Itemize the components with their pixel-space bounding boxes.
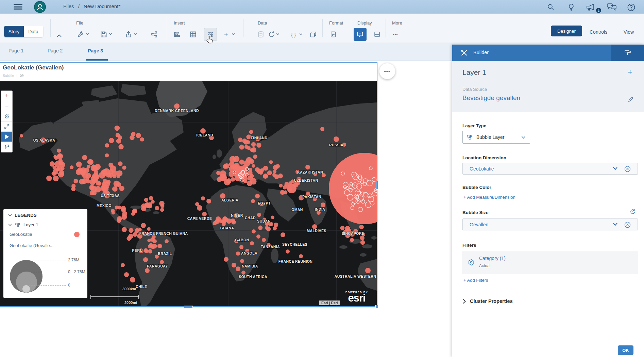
insert-add-button[interactable]: + <box>221 29 231 40</box>
add-chevron-icon[interactable] <box>232 33 235 35</box>
refresh-chevron-icon[interactable] <box>276 33 279 35</box>
collapse-toolbar-button[interactable] <box>56 33 63 38</box>
scale-km-label: 3000km <box>122 287 136 291</box>
data-source-label: Data Source <box>462 87 487 92</box>
reset-history-icon <box>630 209 636 215</box>
legend-color-item: GeoLokatie <box>10 232 32 237</box>
chevron-down-icon[interactable] <box>613 167 618 170</box>
insert-table-button[interactable] <box>188 29 198 40</box>
reset-bubble-size-button[interactable] <box>630 209 636 215</box>
add-layer-button[interactable]: + <box>626 67 634 77</box>
data-group-label: Data <box>258 20 267 26</box>
paint-roller-icon <box>624 49 631 56</box>
layer-type-label: Layer Type <box>462 123 486 128</box>
filter-value: Actual <box>479 263 490 268</box>
filter-name[interactable]: Category (1) <box>479 256 506 261</box>
megaphone-icon <box>586 3 596 12</box>
story-canvas: GeoLokatie (Gevallen) Subtitle | <box>0 61 452 357</box>
ok-button[interactable]: OK <box>618 345 633 355</box>
builder-title: Builder <box>473 50 489 55</box>
map-widget[interactable]: GeoLokatie (Gevallen) Subtitle | <box>0 62 377 307</box>
cluster-properties-label: Cluster Properties <box>470 298 513 304</box>
geo-map[interactable]: US ALASKADENMARK GREENLANDICELANDFINLAND… <box>0 81 377 306</box>
add-measure-dimension-link[interactable]: + Add Measure/Dimension <box>463 195 515 200</box>
reset-view-button[interactable] <box>1 111 12 121</box>
comment-mode-button[interactable] <box>354 28 367 41</box>
bubble-size-label: Bubble Size <box>462 210 489 215</box>
lanes-button[interactable] <box>372 29 382 40</box>
chevron-down-icon[interactable] <box>8 224 12 226</box>
widget-title: GeoLokatie (Gevallen) <box>3 64 64 71</box>
widget-subtitle: Subtitle <box>3 74 14 78</box>
legend-color-swatch <box>74 232 80 237</box>
chevron-down-icon[interactable] <box>613 223 618 226</box>
filter-card-category[interactable]: Category (1) Actual <box>462 251 638 274</box>
styling-panel-button[interactable] <box>611 45 644 61</box>
view-tab[interactable]: View <box>622 26 636 36</box>
resize-handle-bottom[interactable] <box>184 306 193 308</box>
fullscreen-button[interactable] <box>1 121 12 132</box>
controls-tab[interactable]: Controls <box>588 26 609 36</box>
formula-chevron-icon[interactable] <box>299 33 303 35</box>
discussions-button[interactable] <box>607 2 619 12</box>
save-button[interactable] <box>99 29 109 40</box>
refresh-button[interactable] <box>267 29 277 40</box>
tools-button[interactable] <box>75 29 86 40</box>
zoom-out-button[interactable]: − <box>1 101 12 111</box>
format-button[interactable] <box>328 29 338 40</box>
lasso-select-button[interactable] <box>1 142 12 152</box>
bubble-size-field[interactable]: Gevallen <box>462 218 638 230</box>
lanes-icon <box>374 31 380 38</box>
tab-page-2[interactable]: Page 2 <box>48 48 63 53</box>
chevron-right-icon <box>462 299 466 304</box>
tab-page-1[interactable]: Page 1 <box>9 48 23 53</box>
insert-input-control-button[interactable] <box>204 28 217 41</box>
more-tools-button[interactable]: ••• <box>390 29 401 40</box>
data-toggle-button[interactable]: Data <box>24 26 43 37</box>
widget-more-button[interactable]: ••• <box>379 63 395 79</box>
search-button[interactable] <box>547 2 556 12</box>
save-chevron-icon[interactable] <box>109 33 112 35</box>
cluster-properties-toggle[interactable]: Cluster Properties <box>462 298 513 304</box>
tab-page-3[interactable]: Page 3 <box>88 48 103 53</box>
pan-mode-button[interactable] <box>1 132 12 142</box>
copy-button[interactable] <box>308 29 318 40</box>
share-button[interactable] <box>149 29 159 40</box>
remove-location-button[interactable] <box>624 166 631 172</box>
layer-type-select[interactable]: Bubble Layer <box>462 131 530 144</box>
map-scalebar <box>90 295 139 299</box>
breadcrumb-separator: / <box>78 3 80 9</box>
refresh-icon <box>268 31 275 38</box>
database-icon <box>257 31 264 38</box>
breadcrumb-files[interactable]: Files <box>63 3 74 9</box>
tools-chevron-icon[interactable] <box>86 33 89 35</box>
menu-icon[interactable] <box>14 4 22 10</box>
map-legend-panel[interactable]: LEGENDS Layer 1 GeoLokatie GeoLokatie (G… <box>3 209 87 298</box>
resize-handle-right[interactable] <box>376 181 378 190</box>
data-source-value[interactable]: Bevestigde gevallen <box>462 94 520 102</box>
location-dimension-field[interactable]: GeoLokatie <box>462 163 638 175</box>
add-filters-link[interactable]: + Add Filters <box>463 278 488 283</box>
notifications-button[interactable]: 2 <box>586 2 600 12</box>
insights-button[interactable] <box>567 2 577 12</box>
formula-button[interactable]: { } <box>288 29 299 40</box>
story-data-toggle: Story Data <box>4 26 43 37</box>
pencil-icon <box>628 96 634 102</box>
avatar[interactable] <box>34 1 46 13</box>
edit-data-source-button[interactable] <box>628 96 634 102</box>
notification-badge: 2 <box>596 8 601 13</box>
data-source-button[interactable] <box>256 29 266 40</box>
insert-chart-button[interactable] <box>172 29 182 40</box>
chevron-down-icon[interactable] <box>8 214 12 216</box>
help-button[interactable] <box>627 2 637 12</box>
resize-handle-corner[interactable] <box>375 305 378 308</box>
export-button[interactable] <box>123 29 134 40</box>
export-chevron-icon[interactable] <box>134 33 137 35</box>
remove-bubble-size-button[interactable] <box>624 222 631 228</box>
export-icon <box>125 31 132 38</box>
zoom-in-button[interactable]: + <box>1 91 12 101</box>
plus-icon: + <box>224 30 228 38</box>
designer-tab[interactable]: Designer <box>551 26 582 36</box>
location-dimension-value: GeoLokatie <box>470 166 494 172</box>
story-toggle-button[interactable]: Story <box>4 26 24 37</box>
